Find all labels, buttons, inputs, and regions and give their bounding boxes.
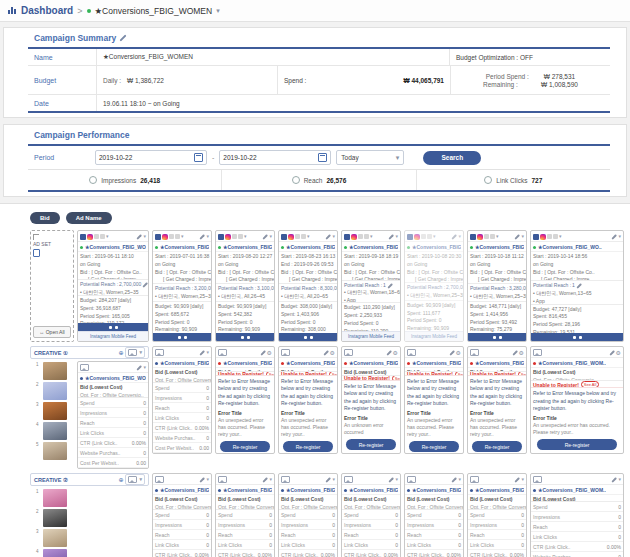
- edit-pencil-icon[interactable]: [136, 365, 142, 371]
- creative-thumbnail[interactable]: 1: [43, 362, 67, 380]
- creative-view-select[interactable]: ▾: [125, 347, 145, 358]
- placement-select-chevron-icon[interactable]: ▾: [559, 234, 562, 239]
- edit-pencil-icon[interactable]: [119, 34, 127, 42]
- calendar-icon[interactable]: [318, 153, 327, 162]
- platform-bar[interactable]: [468, 333, 526, 341]
- facebook-icon[interactable]: [533, 234, 539, 240]
- audience-network-icon[interactable]: [232, 234, 237, 239]
- audience-network-icon[interactable]: [169, 234, 174, 239]
- instagram-icon[interactable]: [162, 234, 168, 240]
- duplicate-icon[interactable]: ⊕: [118, 477, 123, 483]
- re-register-button[interactable]: Re-register: [537, 439, 616, 450]
- facebook-icon[interactable]: [344, 234, 350, 240]
- creative-thumbnail[interactable]: 4: [43, 549, 67, 557]
- chevron-down-icon[interactable]: ▾: [521, 477, 524, 482]
- creative-thumbnail[interactable]: 4: [43, 422, 67, 440]
- re-register-button[interactable]: Re-register: [346, 439, 396, 450]
- chevron-down-icon[interactable]: ▾: [618, 234, 621, 239]
- re-register-button[interactable]: Re-register: [283, 441, 333, 452]
- radio-reach[interactable]: [292, 176, 300, 184]
- open-all-button[interactable]: ↔ Open All: [33, 326, 71, 338]
- creative-thumbnail[interactable]: 2: [43, 509, 67, 527]
- instagram-icon[interactable]: [540, 234, 546, 240]
- messenger-icon[interactable]: [427, 234, 432, 239]
- messenger-icon[interactable]: [364, 234, 369, 239]
- instagram-icon[interactable]: [477, 234, 483, 240]
- creative-thumbnail[interactable]: 3: [43, 402, 67, 420]
- facebook-icon[interactable]: [407, 234, 413, 240]
- edit-pencil-icon[interactable]: [611, 477, 617, 483]
- edit-pencil-icon[interactable]: [325, 477, 331, 483]
- chevron-down-icon[interactable]: ▾: [143, 234, 146, 239]
- audience-network-icon[interactable]: [484, 234, 489, 239]
- instagram-icon[interactable]: [414, 234, 420, 240]
- bid-button[interactable]: Bid: [30, 212, 60, 224]
- edit-pencil-icon[interactable]: [199, 234, 205, 240]
- messenger-icon[interactable]: [238, 234, 243, 239]
- audience-network-icon[interactable]: [94, 234, 99, 239]
- duplicate-icon[interactable]: ⊕: [118, 350, 123, 356]
- platform-bar[interactable]: [78, 323, 148, 331]
- edit-pencil-icon[interactable]: [611, 234, 617, 240]
- re-register-button[interactable]: Re-register: [409, 441, 459, 452]
- platform-bar[interactable]: [216, 333, 274, 341]
- audience-network-icon[interactable]: [358, 234, 363, 239]
- chevron-down-icon[interactable]: ▾: [206, 234, 209, 239]
- facebook-icon[interactable]: [218, 234, 224, 240]
- period-start-input[interactable]: 2019-10-22: [95, 150, 207, 165]
- facebook-icon[interactable]: [281, 234, 287, 240]
- edit-pencil-icon[interactable]: [609, 350, 615, 356]
- edit-pencil-icon[interactable]: [514, 234, 520, 240]
- creative-thumbnail[interactable]: 5: [43, 442, 67, 460]
- facebook-icon[interactable]: [80, 234, 86, 240]
- edit-pencil-icon[interactable]: [451, 234, 457, 240]
- messenger-icon[interactable]: [301, 234, 306, 239]
- metric-link-clicks[interactable]: Link Clicks 727: [416, 170, 610, 190]
- calendar-icon[interactable]: [194, 153, 203, 162]
- messenger-icon[interactable]: [100, 234, 105, 239]
- metric-reach[interactable]: Reach 26,576: [221, 170, 415, 190]
- metric-impressions[interactable]: Impressions 26,418: [28, 170, 221, 190]
- chevron-down-icon[interactable]: ▾: [458, 234, 461, 239]
- gear-icon[interactable]: ⚙: [456, 350, 461, 356]
- instagram-icon[interactable]: [351, 234, 357, 240]
- chevron-down-icon[interactable]: ▾: [269, 234, 272, 239]
- audience-network-icon[interactable]: [295, 234, 300, 239]
- edit-pencil-icon[interactable]: [260, 350, 266, 356]
- edit-pencil-icon[interactable]: [323, 350, 329, 356]
- edit-pencil-icon[interactable]: [262, 477, 268, 483]
- edit-pencil-icon[interactable]: [199, 477, 205, 483]
- creative-thumbnail[interactable]: 1: [43, 489, 67, 507]
- see-all-badge[interactable]: See All: [581, 381, 599, 388]
- chevron-down-icon[interactable]: ▾: [269, 477, 272, 482]
- audience-network-icon[interactable]: [421, 234, 426, 239]
- edit-pencil-icon[interactable]: [262, 234, 268, 240]
- creative-thumbnail[interactable]: 3: [43, 529, 67, 547]
- creative-thumbnail[interactable]: 2: [43, 382, 67, 400]
- gear-icon[interactable]: ⚙: [616, 350, 621, 356]
- platform-bar[interactable]: [531, 333, 623, 341]
- chevron-down-icon[interactable]: ▾: [618, 477, 621, 482]
- edit-pencil-icon[interactable]: [576, 283, 582, 289]
- re-register-button[interactable]: Re-register: [472, 441, 522, 452]
- placement-select-chevron-icon[interactable]: ▾: [370, 234, 373, 239]
- chevron-down-icon[interactable]: ▾: [143, 365, 146, 370]
- edit-pencil-icon[interactable]: [512, 350, 518, 356]
- edit-pencil-icon[interactable]: [451, 477, 457, 483]
- gear-icon[interactable]: ⚙: [519, 350, 524, 356]
- chevron-down-icon[interactable]: ▾: [395, 234, 398, 239]
- chevron-down-icon[interactable]: ▾: [395, 477, 398, 482]
- edit-pencil-icon[interactable]: [388, 477, 394, 483]
- edit-pencil-icon[interactable]: [199, 350, 205, 356]
- edit-pencil-icon[interactable]: [386, 350, 392, 356]
- radio-link-clicks[interactable]: [484, 176, 492, 184]
- messenger-icon[interactable]: [490, 234, 495, 239]
- chevron-down-icon[interactable]: ▾: [206, 477, 209, 482]
- messenger-icon[interactable]: [553, 234, 558, 239]
- placement-select-chevron-icon[interactable]: ▾: [106, 234, 109, 239]
- edit-pencil-icon[interactable]: [136, 234, 142, 240]
- edit-pencil-icon[interactable]: [387, 283, 393, 289]
- audience-network-icon[interactable]: [547, 234, 552, 239]
- platform-bar[interactable]: [153, 333, 211, 341]
- instagram-icon[interactable]: [225, 234, 231, 240]
